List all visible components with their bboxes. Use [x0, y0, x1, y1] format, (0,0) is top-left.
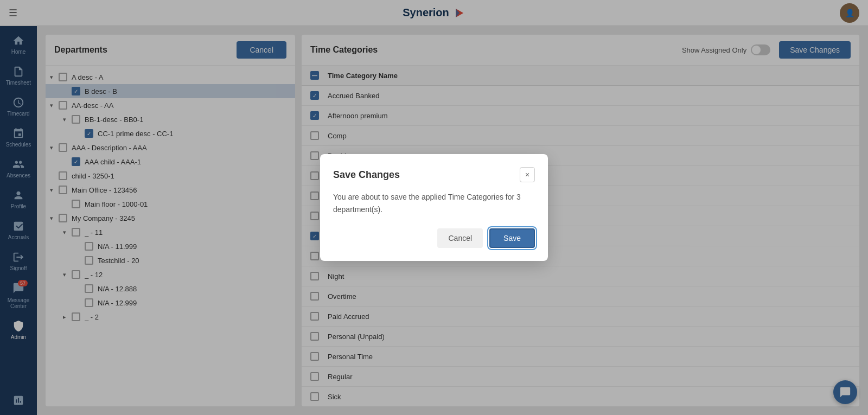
modal-footer: Cancel Save [333, 228, 535, 248]
modal-message: You are about to save the applied Time C… [333, 191, 535, 215]
save-changes-modal: Save Changes × You are about to save the… [320, 154, 548, 261]
modal-title: Save Changes [333, 169, 400, 181]
modal-close-button[interactable]: × [520, 167, 535, 182]
modal-header: Save Changes × [333, 167, 535, 182]
modal-save-button[interactable]: Save [489, 228, 535, 248]
modal-body: You are about to save the applied Time C… [333, 191, 535, 215]
modal-overlay: Save Changes × You are about to save the… [0, 0, 868, 415]
modal-cancel-button[interactable]: Cancel [437, 228, 483, 248]
